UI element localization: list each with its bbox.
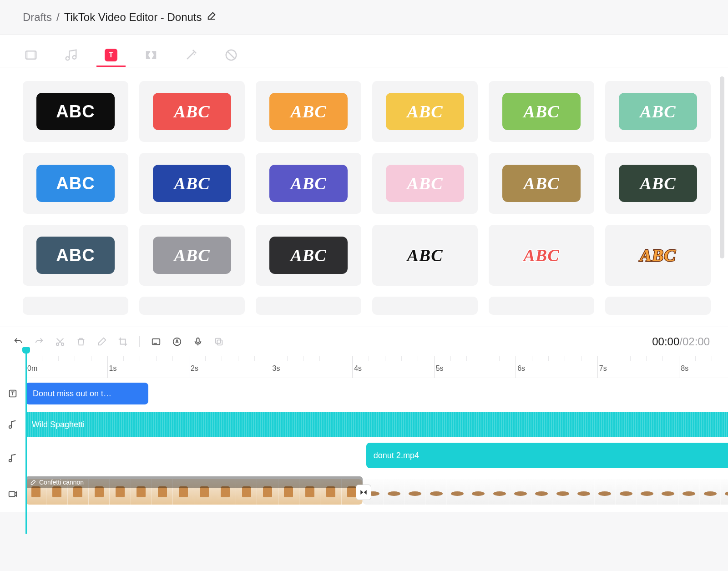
text-style-swatch: ABC (502, 93, 581, 130)
svg-rect-10 (216, 339, 221, 344)
tab-stickers[interactable] (223, 43, 239, 67)
delete-button[interactable] (72, 334, 90, 350)
svg-rect-2 (34, 51, 36, 59)
text-style-card[interactable]: ABC (23, 153, 128, 214)
text-style-card[interactable] (139, 297, 245, 315)
time-total: 02:00 (682, 335, 710, 348)
text-style-card[interactable]: ABC (372, 81, 478, 142)
text-style-swatch: ABC (153, 165, 231, 202)
text-style-card[interactable] (23, 297, 128, 315)
text-style-card[interactable]: ABC (372, 225, 478, 286)
svg-point-5 (61, 343, 64, 346)
auto-button[interactable] (168, 334, 186, 350)
text-style-swatch: ABC (153, 237, 231, 274)
text-style-swatch: ABC (619, 165, 697, 202)
tab-music[interactable] (63, 43, 79, 67)
text-style-swatch: ABC (619, 237, 697, 274)
playhead[interactable] (25, 352, 27, 534)
text-style-card[interactable]: ABC (256, 153, 361, 214)
text-style-card[interactable]: ABC (256, 81, 361, 142)
music-icon (0, 453, 25, 463)
ruler-label: 7s (599, 364, 607, 373)
audio-clip-2-label: donut 2.mp4 (374, 451, 419, 460)
video-thumb (384, 479, 404, 505)
video-clip-2[interactable] (363, 479, 728, 505)
edit-title-icon[interactable] (207, 11, 217, 24)
music-icon (0, 419, 25, 430)
erase-button[interactable] (93, 334, 111, 350)
text-clip[interactable]: Donut miss out on t… (25, 383, 148, 404)
tab-text[interactable]: T (103, 43, 119, 67)
video-thumb (700, 479, 721, 505)
svg-point-4 (56, 343, 59, 346)
ruler-mark (107, 356, 108, 378)
text-style-card[interactable]: ABC (139, 81, 245, 142)
tab-effects[interactable] (183, 43, 199, 67)
text-style-swatch: ABC (36, 237, 115, 274)
tab-transition[interactable] (143, 43, 159, 67)
track-video: Confetti cannon (0, 476, 728, 512)
text-style-card[interactable]: ABC (256, 225, 361, 286)
tab-video[interactable] (23, 43, 39, 67)
video-thumb (468, 479, 489, 505)
audio-clip-2[interactable]: donut 2.mp4 (366, 443, 728, 468)
video-thumb (679, 479, 700, 505)
ruler-mark (434, 356, 435, 378)
timeline[interactable]: 0m1s2s3s4s5s6s7s8s Donut miss out on t… … (0, 356, 728, 512)
text-style-card[interactable] (489, 297, 594, 315)
text-style-card[interactable]: ABC (139, 225, 245, 286)
breadcrumb-root[interactable]: Drafts (23, 11, 52, 24)
text-style-swatch: ABC (36, 165, 115, 202)
breadcrumb: Drafts / TikTok Video Editor - Donuts (0, 0, 728, 35)
svg-rect-1 (26, 51, 28, 59)
ruler-mark (189, 356, 189, 378)
text-style-card[interactable]: ABC (139, 153, 245, 214)
text-style-swatch: ABC (36, 93, 115, 130)
ruler-label: 2s (191, 364, 198, 373)
text-style-card[interactable]: ABC (23, 81, 128, 142)
ruler-label: 3s (273, 364, 280, 373)
text-style-card[interactable]: ABC (489, 225, 594, 286)
text-style-card[interactable] (372, 297, 478, 315)
text-style-card[interactable]: ABC (605, 81, 711, 142)
scrollbar[interactable] (720, 76, 724, 258)
video-clip-1-overlay[interactable]: Confetti cannon (25, 476, 363, 488)
video-thumb (405, 479, 426, 505)
text-style-card[interactable]: ABC (23, 225, 128, 286)
caption-button[interactable] (147, 334, 165, 350)
transition-handle[interactable] (356, 485, 371, 500)
text-style-swatch: ABC (619, 93, 697, 130)
text-style-card[interactable]: ABC (605, 153, 711, 214)
text-style-card[interactable]: ABC (372, 153, 478, 214)
track-text: Donut miss out on t… (0, 378, 728, 409)
page-title: TikTok Video Editor - Donuts (64, 11, 202, 24)
video-thumb (426, 479, 447, 505)
text-clip-label: Donut miss out on t… (33, 389, 111, 399)
text-style-swatch: ABC (386, 93, 464, 130)
duplicate-button[interactable] (210, 334, 228, 350)
ruler[interactable]: 0m1s2s3s4s5s6s7s8s (25, 356, 728, 378)
ruler-mark (516, 356, 516, 378)
mic-button[interactable] (189, 334, 207, 350)
text-style-swatch: ABC (386, 165, 464, 202)
text-style-swatch: ABC (502, 165, 581, 202)
ruler-mark (597, 356, 598, 378)
text-style-card[interactable]: ABC (605, 225, 711, 286)
ruler-mark (679, 356, 679, 378)
separator (139, 336, 140, 347)
video-thumb (637, 479, 657, 505)
text-style-card[interactable] (256, 297, 361, 315)
text-style-swatch: ABC (386, 237, 464, 274)
tool-tabs: T (0, 35, 728, 67)
ruler-label: 1s (109, 364, 117, 373)
video-thumb (657, 479, 678, 505)
redo-button[interactable] (30, 334, 48, 350)
cut-button[interactable] (51, 334, 69, 350)
text-style-card[interactable] (605, 297, 711, 315)
video-thumb (531, 479, 552, 505)
audio-clip-1[interactable]: Wild Spaghetti (25, 412, 728, 437)
text-style-card[interactable]: ABC (489, 81, 594, 142)
ruler-mark (271, 356, 271, 378)
text-style-card[interactable]: ABC (489, 153, 594, 214)
crop-button[interactable] (114, 334, 132, 350)
